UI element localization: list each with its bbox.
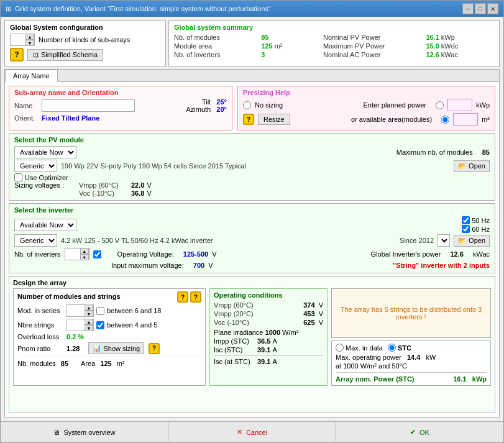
- global-config-title: Global System configuration: [10, 24, 160, 31]
- mod-series-input[interactable]: 17: [67, 305, 85, 316]
- at-conditions-row: at 1000 W/m² and 50°C: [336, 362, 487, 370]
- nb-inverters-value: 3: [261, 51, 318, 58]
- mod-series-btns: ▲ ▼: [85, 304, 93, 317]
- resize-button[interactable]: Resize: [258, 114, 290, 125]
- orient-value: Fixed Tilted Plane: [42, 114, 99, 122]
- isc-stc-label: Isc (STC): [214, 346, 257, 354]
- area-value: 125: [100, 360, 111, 367]
- nb-inverters-input[interactable]: 3: [65, 249, 80, 260]
- power-input[interactable]: 16.1: [447, 99, 472, 111]
- inv-nb-checkbox[interactable]: [93, 250, 101, 258]
- ok-icon: ✔: [410, 428, 416, 436]
- overload-loss-value: 0.2 %: [66, 333, 84, 340]
- inverter-open-button[interactable]: 📂 Open: [454, 235, 490, 247]
- array-nom-power-unit: kWp: [472, 375, 487, 383]
- impp-stc-row: Impp (STC) 36.5 A: [214, 337, 323, 345]
- inv-spinner-down[interactable]: ▼: [80, 254, 89, 260]
- vmpp-label: Vmpp (60°C): [79, 181, 129, 189]
- use-optimizer-checkbox[interactable]: [14, 173, 22, 181]
- pv-module-section: Select the PV module Available Now All M…: [9, 133, 495, 201]
- ok-button[interactable]: ✔ OK: [336, 422, 503, 442]
- area-radio[interactable]: [441, 116, 449, 124]
- stc-label: STC: [398, 344, 411, 352]
- tab-area: Array Name Sub-array name and Orientatio…: [4, 69, 500, 418]
- name-label: Name: [14, 102, 39, 109]
- help-button[interactable]: ?: [10, 48, 24, 62]
- use-optimizer-label: Use Optimizer: [25, 174, 68, 181]
- operating-conditions-title: Operating conditions: [214, 291, 323, 299]
- inverter-availability-dropdown[interactable]: Available Now All: [14, 219, 76, 231]
- pv-brand-dropdown[interactable]: Generic: [14, 160, 57, 172]
- voc-10-label: Voc (-10°C): [214, 319, 249, 326]
- name-input[interactable]: Array Name: [42, 99, 135, 112]
- show-sizing-help-button[interactable]: ?: [149, 343, 160, 354]
- schema-icon: ⊡: [33, 51, 39, 59]
- show-sizing-label: Show sizing: [103, 345, 140, 352]
- minimize-button[interactable]: ─: [462, 3, 474, 14]
- no-sizing-radio[interactable]: [243, 101, 251, 109]
- max-pv-unit: kWdc: [441, 42, 459, 50]
- hz60-checkbox[interactable]: [462, 225, 470, 233]
- voc-10-row: Voc (-10°C) 625 V: [214, 319, 323, 326]
- hz60-row: 60 Hz: [462, 225, 490, 233]
- nb-inverters-spinner[interactable]: 3 ▲ ▼: [65, 248, 89, 260]
- mod-series-down[interactable]: ▼: [85, 311, 93, 317]
- show-sizing-button[interactable]: 📊 Show sizing: [88, 342, 144, 354]
- close-button[interactable]: ✕: [487, 3, 498, 14]
- pnom-ratio-value: 1.28: [66, 345, 80, 352]
- module-description: 190 Wp 22V Si-poly Poly 190 Wp 54 cells …: [61, 162, 450, 170]
- tab-array-name[interactable]: Array Name: [5, 70, 58, 82]
- inverter-since-dropdown[interactable]: [438, 234, 450, 247]
- enter-power-label: Enter planned power: [363, 101, 426, 109]
- mod-series-up[interactable]: ▲: [85, 304, 93, 311]
- isc-at-stc-row: Isc (at STC) 39.1 A: [214, 358, 323, 365]
- pv-open-button[interactable]: 📂 Open: [454, 160, 490, 172]
- isc-at-stc-label: Isc (at STC): [214, 358, 257, 365]
- op-volt-unit: V: [212, 250, 216, 258]
- title-bar: ⊞ Grid system definition, Variant "First…: [1, 1, 503, 17]
- cancel-button[interactable]: ✕ Cancel: [168, 422, 336, 442]
- presizing-help-button[interactable]: ?: [243, 114, 254, 125]
- enter-power-radio[interactable]: [436, 101, 444, 109]
- subarrays-spinner[interactable]: 1 ▲ ▼: [10, 34, 35, 46]
- inverter-brand-dropdown[interactable]: Generic: [14, 234, 57, 247]
- impp-stc-unit: A: [272, 337, 277, 345]
- nbre-strings-down[interactable]: ▼: [85, 325, 93, 331]
- voc-10-value-unit: 625 V: [303, 319, 323, 326]
- subarrays-input[interactable]: 1: [11, 34, 25, 45]
- mod-series-spinner[interactable]: 17 ▲ ▼: [66, 304, 94, 317]
- mod-series-checkbox[interactable]: [96, 307, 104, 315]
- system-overview-button[interactable]: 🖥 System overview: [1, 422, 168, 442]
- design-help1-button[interactable]: ?: [177, 291, 188, 303]
- nbre-strings-up[interactable]: ▲: [85, 319, 93, 325]
- irradiance-row: Plane irradiance 1000 W/m²: [214, 329, 323, 336]
- modules-strings-title: Number of modules and strings: [17, 293, 121, 300]
- voc-10-unit: V: [319, 319, 323, 326]
- stc-radio[interactable]: [388, 344, 396, 352]
- hz50-label: 50 Hz: [472, 217, 490, 224]
- area-unit: m²: [482, 116, 490, 123]
- pv-module-title: Select the PV module: [14, 136, 490, 144]
- inv-spinner-up[interactable]: ▲: [80, 248, 89, 254]
- max-in-data-label: Max. in data: [346, 344, 383, 352]
- isc-stc-unit: A: [272, 346, 277, 354]
- nominal-pv-value: 16.1: [426, 34, 439, 41]
- spinner-down[interactable]: ▼: [25, 40, 34, 46]
- maximize-button[interactable]: □: [475, 3, 486, 14]
- hz50-checkbox[interactable]: [462, 216, 470, 224]
- nbre-strings-input[interactable]: 5: [67, 319, 85, 331]
- area-input[interactable]: 125: [453, 113, 478, 126]
- azimuth-value: 20°: [216, 106, 227, 113]
- spinner-up[interactable]: ▲: [25, 34, 34, 40]
- nbre-strings-spinner[interactable]: 5 ▲ ▼: [66, 319, 94, 331]
- config-row: 1 ▲ ▼ Number of kinds of sub-arrays: [10, 34, 160, 46]
- nbre-strings-checkbox[interactable]: [96, 321, 104, 329]
- simplified-schema-button[interactable]: ⊡ Simplified Schema: [27, 49, 103, 61]
- subarray-config: Sub-array name and Orientation Name Arra…: [9, 86, 232, 130]
- max-in-data-radio[interactable]: [336, 344, 344, 352]
- design-help2-button[interactable]: ?: [190, 291, 201, 303]
- inverter-section: Select the inverter Available Now All 50…: [9, 203, 495, 273]
- irradiance-section: Plane irradiance 1000 W/m² Impp (STC) 36…: [214, 329, 323, 365]
- optimizer-row: Use Optimizer: [14, 173, 490, 181]
- pv-availability-dropdown[interactable]: Available Now All: [14, 146, 76, 158]
